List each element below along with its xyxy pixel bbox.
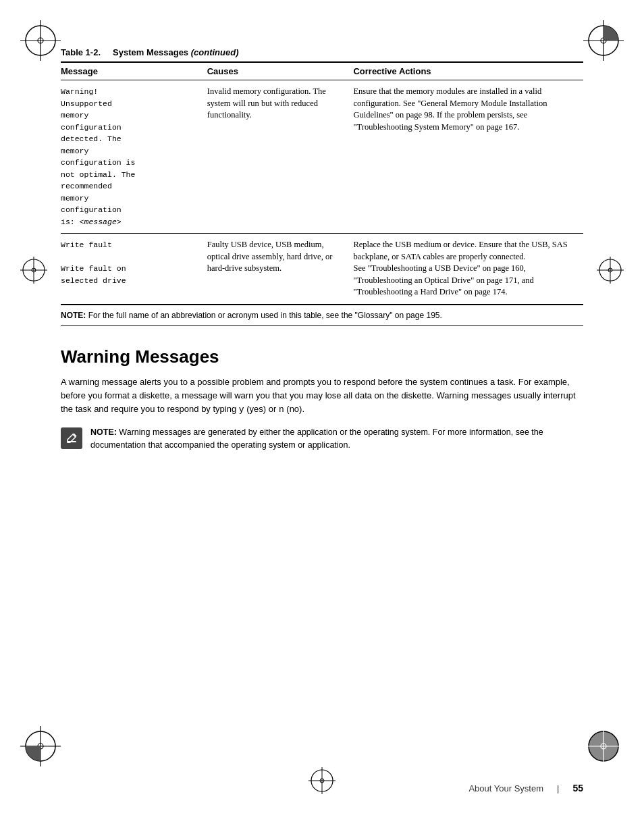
table-row: Write faultWrite fault onselected drive … (61, 234, 583, 305)
corner-mark-tl (20, 20, 61, 61)
footer-separator: | (557, 783, 559, 793)
corner-mark-bl (20, 726, 61, 766)
note-icon (61, 427, 82, 449)
table-number: Table 1-2. (61, 47, 101, 57)
section-title: Warning Messages (61, 346, 583, 367)
table-footnote: NOTE: For the full name of an abbreviati… (61, 305, 583, 326)
col-header-causes: Causes (207, 62, 354, 80)
table-title-italic: (continued) (191, 47, 239, 57)
table-cell-causes-2: Faulty USB device, USB medium, optical d… (207, 234, 354, 305)
table-header: Message Causes Corrective Actions (61, 62, 583, 80)
footer-section-text: About Your System (468, 783, 543, 793)
table-section: Table 1-2. System Messages (continued) M… (61, 47, 583, 326)
footnote-bold: NOTE: (61, 311, 86, 320)
footer-page-number: 55 (572, 783, 583, 793)
footnote-text: For the full name of an abbreviation or … (86, 311, 441, 320)
table-body: Warning!Unsupportedmemoryconfigurationde… (61, 80, 583, 305)
note-icon-text-content: NOTE: Warning messages are generated by … (90, 426, 583, 452)
warning-body-text: A warning message alerts you to a possib… (61, 375, 583, 417)
main-table: Message Causes Corrective Actions Warnin… (61, 61, 583, 305)
col-header-actions: Corrective Actions (353, 62, 583, 80)
table-title-normal: System Messages (113, 47, 188, 57)
table-caption: Table 1-2. System Messages (continued) (61, 47, 583, 57)
side-mark-right (597, 257, 624, 286)
warning-note-bold: NOTE: (90, 427, 117, 437)
page: Table 1-2. System Messages (continued) M… (0, 0, 644, 834)
table-row: Warning!Unsupportedmemoryconfigurationde… (61, 80, 583, 234)
corner-mark-tr (583, 20, 624, 61)
table-cell-actions-2: Replace the USB medium or device. Ensure… (353, 234, 583, 305)
side-mark-left (20, 257, 47, 286)
warning-messages-section: Warning Messages A warning message alert… (61, 346, 583, 452)
table-cell-message-1: Warning!Unsupportedmemoryconfigurationde… (61, 80, 207, 234)
warning-note-text: Warning messages are generated by either… (90, 427, 543, 450)
table-cell-causes-1: Invalid memory configuration. The system… (207, 80, 354, 234)
table-cell-message-2: Write faultWrite fault onselected drive (61, 234, 207, 305)
corner-mark-br (583, 726, 624, 766)
col-header-message: Message (61, 62, 207, 80)
table-cell-actions-1: Ensure that the memory modules are insta… (353, 80, 583, 234)
bottom-center-mark (308, 767, 336, 797)
note-icon-box: NOTE: Warning messages are generated by … (61, 426, 583, 452)
